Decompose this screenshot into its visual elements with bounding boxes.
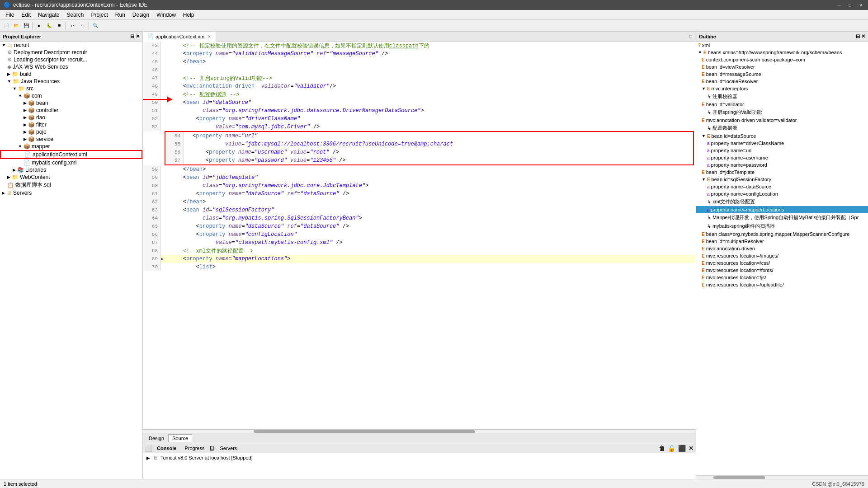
console-scroll-lock-button[interactable]: 🔒 xyxy=(668,445,675,452)
source-tab[interactable]: Source xyxy=(168,434,192,442)
e-icon2: E xyxy=(703,50,707,55)
outline-item-jdbctemplate[interactable]: E bean id=jdbcTemplate xyxy=(696,169,868,176)
tree-item-servers[interactable]: ▶ 🖥 Servers xyxy=(0,189,142,197)
outline-item-messagesource[interactable]: E bean id=messageSource xyxy=(696,70,868,78)
tree-item-recruit[interactable]: ▼ 🗂 recruit xyxy=(0,42,142,49)
outline-item-mapper-comment[interactable]: ↳ Mapper代理开发，使用Spring自动扫描MyBatis的接口并装配（S… xyxy=(696,213,868,222)
outline-item-multipartresolver[interactable]: E bean id=multipartResolver xyxy=(696,238,868,245)
tree-item-pojo[interactable]: ▶ 📦 pojo xyxy=(0,128,142,136)
tree-item-webcontent[interactable]: ▶ 📁 WebContent xyxy=(0,174,142,181)
new-button[interactable]: 📄 xyxy=(2,21,11,30)
menu-navigate[interactable]: Navigate xyxy=(34,11,63,19)
outline-item-localeresolver[interactable]: E bean id=localeResolver xyxy=(696,78,868,85)
outline-item-mvc-annotation2[interactable]: E mvc:annotation-driven xyxy=(696,245,868,252)
menu-file[interactable]: File xyxy=(2,11,18,19)
tree-item-loading[interactable]: ⚙ Loading descriptor for recruit... xyxy=(0,56,142,63)
code-text: <!-- 指定校验使用的资源文件，在文件中配置校验错误信息，如果不指定则默认使用… xyxy=(170,42,429,50)
tree-item-mapper[interactable]: ▼ 📦 mapper xyxy=(0,143,142,150)
design-tab[interactable]: Design xyxy=(145,434,168,442)
outline-item-driverclassname[interactable]: a property name=driverClassName xyxy=(696,140,868,147)
tree-item-service[interactable]: ▶ 📦 service xyxy=(0,136,142,143)
outline-item-mapper-scanner[interactable]: E bean class=org.mybatis.spring.mapper.M… xyxy=(696,230,868,238)
outline-item-config-datasource[interactable]: ↳ 配置数据源 xyxy=(696,124,868,132)
maximize-button[interactable]: □ xyxy=(846,1,854,9)
tree-item-build[interactable]: ▶ 📁 build xyxy=(0,70,142,78)
save-button[interactable]: 💾 xyxy=(22,21,31,30)
console-tab-console[interactable]: Console xyxy=(153,445,180,452)
outline-item-mvc-resources-fonts[interactable]: E mvc:resources location=/fonts/ xyxy=(696,267,868,274)
outline-close-button[interactable]: ✕ xyxy=(861,33,865,39)
outline-label: mvc:resources location=/css/ xyxy=(706,260,770,266)
tree-item-deployment[interactable]: ⚙ Deployment Descriptor: recruit xyxy=(0,49,142,56)
code-area[interactable]: 43 <!-- 指定校验使用的资源文件，在文件中配置校验错误信息，如果不指定则默… xyxy=(143,42,696,433)
outline-minimize-button[interactable]: ⊟ xyxy=(856,33,860,39)
stop-button[interactable]: ■ xyxy=(55,21,64,30)
menu-window[interactable]: Window xyxy=(153,11,179,19)
menu-help[interactable]: Help xyxy=(179,11,198,19)
outline-item-beans[interactable]: ▼ E beans xmlns=http://www.springframewo… xyxy=(696,49,868,56)
menu-run[interactable]: Run xyxy=(112,11,129,19)
outline-item-viewresolver[interactable]: E bean id=viewResolver xyxy=(696,63,868,70)
minimize-editor-icon[interactable]: □ xyxy=(689,34,696,39)
menu-search[interactable]: Search xyxy=(63,11,87,19)
tree-item-java-resources[interactable]: ▼ 📁 Java Resources xyxy=(0,78,142,85)
menu-design[interactable]: Design xyxy=(129,11,153,19)
outline-item-url[interactable]: a property name=url xyxy=(696,147,868,154)
minimize-button[interactable]: ─ xyxy=(835,1,843,9)
outline-item-component-scan[interactable]: E context:component-scan base-package=co… xyxy=(696,56,868,63)
tree-item-com[interactable]: ▼ 📦 com xyxy=(0,92,142,99)
close-panel-button[interactable]: ✕ xyxy=(136,33,140,39)
close-tab-button[interactable]: ✕ xyxy=(208,34,211,39)
outline-item-mvc-annotation[interactable]: E mvc:annotation-driven validator=valida… xyxy=(696,117,868,124)
horizontal-scrollbar[interactable] xyxy=(143,429,696,433)
undo-button[interactable]: ↩ xyxy=(68,21,77,30)
tree-item-src[interactable]: ▼ 📁 src xyxy=(0,85,142,92)
outline-item-mvc-resources-js[interactable]: E mvc:resources location=/js/ xyxy=(696,274,868,281)
tree-item-mybatis-config[interactable]: 📄 mybatis-config.xml xyxy=(0,159,142,166)
outline-item-password[interactable]: a property name=password xyxy=(696,161,868,169)
run-button[interactable]: ▶ xyxy=(35,21,44,30)
console-close-button[interactable]: ✕ xyxy=(689,445,694,452)
close-button[interactable]: ✕ xyxy=(857,1,864,9)
outline-item-datasource[interactable]: ▼ E bean id=dataSource xyxy=(696,132,868,140)
outline-item-enable-valid[interactable]: ↳ 开启spring的Valid功能 xyxy=(696,108,868,117)
minimize-panel-button[interactable]: ⊟ xyxy=(130,33,134,39)
redo-button[interactable]: ↪ xyxy=(78,21,87,30)
toolbar: 📄 📂 💾 ▶ 🐛 ■ ↩ ↪ 🔍 xyxy=(0,20,868,32)
outline-scrollbar[interactable] xyxy=(696,475,868,479)
outline-item-validator[interactable]: E bean id=validator xyxy=(696,101,868,108)
outline-item-register-validator[interactable]: ↳ 注册校验器 xyxy=(696,92,868,101)
outline-item-username[interactable]: a property name=username xyxy=(696,154,868,161)
tree-item-controller[interactable]: ▶ 📦 controller xyxy=(0,107,142,114)
open-button[interactable]: 📂 xyxy=(12,21,21,30)
search-toolbar-button[interactable]: 🔍 xyxy=(91,21,100,30)
outline-item-interceptors[interactable]: ▼ E mvc:interceptors xyxy=(696,85,868,92)
outline-item-mvc-resources-css[interactable]: E mvc:resources location=/css/ xyxy=(696,259,868,267)
outline-item-xml[interactable]: ? xml xyxy=(696,42,868,49)
editor-tab-applicationContext[interactable]: 📄 applicationContext.xml ✕ xyxy=(143,32,216,42)
tree-item-jax[interactable]: ◆ JAX-WS Web Services xyxy=(0,63,142,70)
console-tab-servers[interactable]: Servers xyxy=(216,445,241,452)
outline-item-xml-path-comment[interactable]: ↳ xml文件的路径配置 xyxy=(696,197,868,206)
tree-item-dao[interactable]: ▶ 📦 dao xyxy=(0,114,142,121)
outline-item-configlocation[interactable]: a property name=configLocation xyxy=(696,190,868,197)
menu-project[interactable]: Project xyxy=(87,11,111,19)
tree-item-bean[interactable]: ▶ 📦 bean xyxy=(0,99,142,107)
outline-item-sf-datasource[interactable]: a property name=dataSource xyxy=(696,183,868,190)
tree-item-dbscript[interactable]: 📋 数据库脚本.sql xyxy=(0,181,142,189)
tree-item-libraries[interactable]: ▶ 📚 Libraries xyxy=(0,166,142,174)
console-clear-button[interactable]: 🗑 xyxy=(659,445,665,452)
tree-item-applicationContext[interactable]: 📄 applicationContext.xml xyxy=(0,150,142,159)
console-tab-progress[interactable]: Progress xyxy=(181,445,208,452)
debug-button[interactable]: 🐛 xyxy=(45,21,54,30)
tree-item-filter[interactable]: ▶ 📦 filter xyxy=(0,121,142,128)
outline-item-mvc-resources-images[interactable]: E mvc:resources location=/images/ xyxy=(696,252,868,259)
outline-item-mvc-resources-upload[interactable]: E mvc:resources location=/uploadfile/ xyxy=(696,281,868,288)
outline-item-sqlsessionfactory[interactable]: ▼ E bean id=sqlSessionFactory xyxy=(696,176,868,183)
outline-item-mybatis-spring-comment[interactable]: ↳ mybatis-spring组件的扫描器 xyxy=(696,222,868,230)
outline-item-mapperlocations[interactable]: a property name=mapperLocations xyxy=(696,206,868,213)
code-scroll[interactable]: 43 <!-- 指定校验使用的资源文件，在文件中配置校验错误信息，如果不指定则默… xyxy=(143,42,696,433)
server-expand-icon[interactable]: ▶ xyxy=(146,455,150,460)
menu-edit[interactable]: Edit xyxy=(18,11,34,19)
console-minimize-button[interactable]: ⬛ xyxy=(678,445,686,452)
